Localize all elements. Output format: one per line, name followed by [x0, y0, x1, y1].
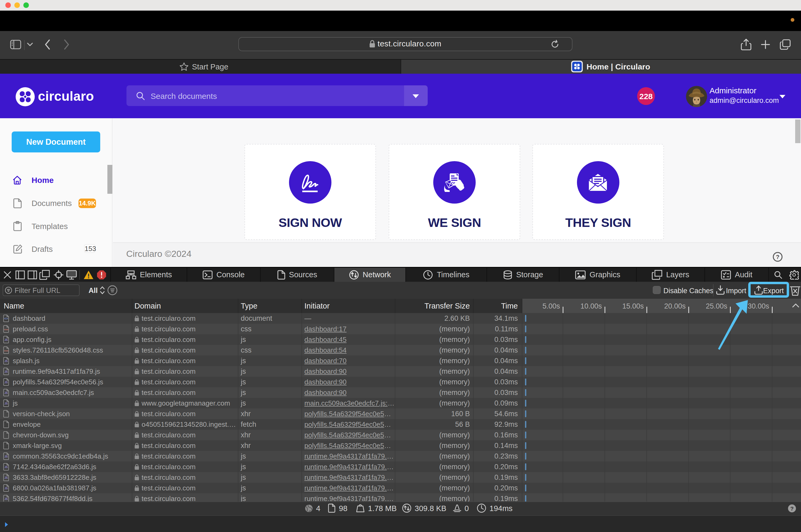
svg-text:JS: JS: [4, 487, 8, 490]
svg-text:JS: JS: [4, 455, 8, 458]
svg-text:css: css: [4, 349, 8, 352]
svg-text:?: ?: [776, 254, 779, 260]
svg-text:<>: <>: [4, 317, 8, 321]
svg-text:JS: JS: [4, 381, 8, 384]
svg-text:JS: JS: [4, 360, 8, 363]
svg-text:JS: JS: [4, 466, 8, 469]
svg-text:css: css: [4, 328, 8, 331]
svg-text:JS: JS: [4, 370, 8, 373]
svg-text:JS: JS: [4, 497, 8, 500]
svg-text:JS: JS: [4, 476, 8, 479]
svg-text:JS: JS: [4, 392, 8, 395]
svg-text:JS: JS: [4, 402, 8, 405]
svg-text:?: ?: [790, 506, 794, 512]
svg-text:JS: JS: [4, 339, 8, 341]
